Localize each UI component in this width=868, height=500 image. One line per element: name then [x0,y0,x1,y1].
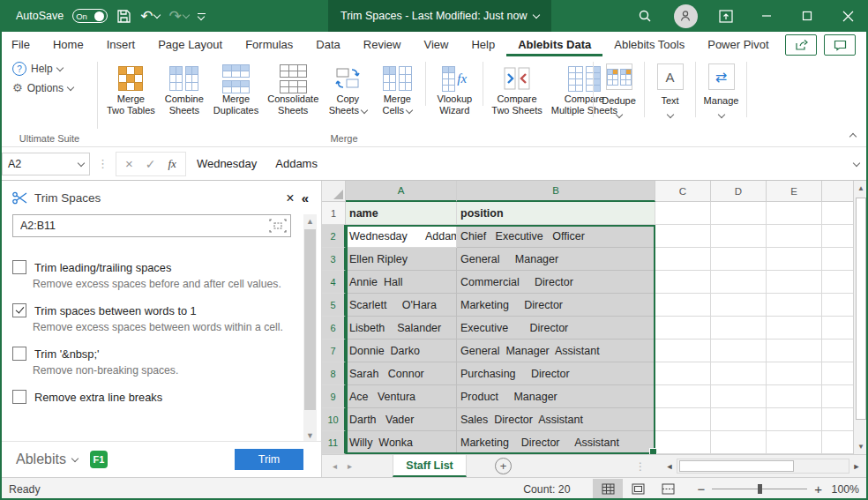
hscroll-right-icon[interactable]: ► [849,462,864,471]
table-row[interactable]: 2 Wednesday Addams Chief Executive Offic… [322,225,868,248]
pane-scroll-thumb[interactable] [304,229,316,410]
row-header-8[interactable]: 8 [322,362,346,385]
trim-button[interactable]: Trim [235,449,303,470]
tab-help[interactable]: Help [460,32,506,56]
combine-sheets-button[interactable]: Combine Sheets [160,62,209,118]
tab-home[interactable]: Home [41,32,95,56]
horizontal-scrollbar[interactable]: ◄ ► [662,458,864,474]
pane-scroll-down-icon[interactable]: ▼ [303,429,317,442]
row-header-11[interactable]: 11 [322,431,346,454]
undo-button[interactable]: ↶ [140,7,160,26]
merge-duplicates-button[interactable]: Merge Duplicates [209,62,263,118]
checkbox-trim-nbsp[interactable] [12,347,26,361]
undo-caret-icon[interactable] [153,11,161,19]
tab-view[interactable]: View [412,32,460,56]
option-trim-between-words[interactable]: Trim spaces between words to 1 Remove ex… [12,303,309,333]
prev-sheet-icon[interactable]: ◂ [333,461,337,471]
compare-two-sheets-button[interactable]: Compare Two Sheets [487,62,546,118]
consolidate-sheets-button[interactable]: Consolidate Sheets [263,62,323,118]
cell-a1[interactable]: name [346,202,457,225]
table-row[interactable]: 8 Sarah Connor Purchasing Director [322,362,868,385]
zoom-level[interactable]: 100% [822,483,859,496]
hscroll-left-icon[interactable]: ◄ [662,462,677,471]
copy-sheets-button[interactable]: Copy Sheets [323,62,372,118]
row-header-4[interactable]: 4 [322,271,346,294]
dedupe-button[interactable]: Dedupe [593,62,644,117]
table-row[interactable]: 7 Donnie Darko General Manager Assistant [322,340,868,362]
sheet-tab-staff-list[interactable]: Staff List [393,455,467,477]
row-header-5[interactable]: 5 [322,294,346,317]
confirm-entry-icon[interactable]: ✓ [146,157,156,171]
vscroll-thumb[interactable] [856,198,866,420]
table-row[interactable]: 3 Ellen Ripley General Manager [322,248,868,271]
ribbon-display-options-button[interactable] [706,0,746,32]
normal-view-button[interactable] [593,479,623,500]
column-header-b[interactable]: B [457,181,655,202]
tab-insert[interactable]: Insert [95,32,147,56]
minimize-button[interactable] [746,0,787,32]
cell-b2[interactable]: Chief Executive Officer [457,225,655,248]
range-field[interactable] [12,214,291,237]
insert-function-icon[interactable]: fx [168,157,176,171]
checkbox-trim-between-words[interactable] [12,303,26,317]
row-header-3[interactable]: 3 [322,248,346,271]
save-icon[interactable] [116,9,131,24]
option-trim-leading-trailing[interactable]: Trim leading/trailing spaces Remove exce… [12,260,309,290]
search-button[interactable] [625,0,665,32]
tab-data[interactable]: Data [304,32,351,56]
zoom-slider-thumb[interactable] [758,484,762,494]
pane-scrollbar[interactable]: ▲ ▼ [303,214,317,442]
name-box[interactable]: A2 [2,153,90,175]
row-header-2[interactable]: 2 [322,225,346,248]
tab-power-pivot[interactable]: Power Pivot [696,32,780,56]
column-header-partial[interactable] [822,181,853,202]
add-sheet-button[interactable]: + [495,458,512,474]
zoom-in-button[interactable]: + [814,481,822,496]
column-header-a[interactable]: A [346,181,457,202]
tab-ablebits-data[interactable]: Ablebits Data [506,32,602,56]
row-header-9[interactable]: 9 [322,385,346,408]
page-break-preview-button[interactable] [653,479,683,500]
row-header-6[interactable]: 6 [322,317,346,340]
row-header-7[interactable]: 7 [322,340,346,362]
maximize-button[interactable] [787,0,827,32]
table-row[interactable]: 11 Willy Wonka Marketing Director Assist… [322,431,868,454]
manage-button[interactable]: ⇄ Manage [695,62,747,117]
table-row[interactable]: 1 name position [322,202,868,225]
select-all-corner[interactable] [322,181,346,202]
column-header-e[interactable]: E [767,181,822,202]
hscroll-thumb[interactable] [679,460,794,472]
column-header-d[interactable]: D [711,181,767,202]
row-header-1[interactable]: 1 [322,202,346,225]
table-row[interactable]: 9 Ace Ventura Product Manager [322,385,868,408]
zoom-slider[interactable] [712,489,807,489]
table-row[interactable]: 5 Scarlett O'Hara Marketing Director [322,294,868,317]
ablebits-menu[interactable]: Ablebits [16,451,78,467]
formula-value[interactable]: Wednesday Addams [197,157,854,170]
pane-collapse-icon[interactable]: « [302,190,309,205]
row-header-10[interactable]: 10 [322,408,346,431]
tab-formulas[interactable]: Formulas [234,32,304,56]
table-row[interactable]: 4 Annie Hall Commercial Director [322,271,868,294]
page-layout-view-button[interactable] [623,479,653,500]
formula-bar-expand-icon[interactable] [853,159,860,166]
pane-scroll-up-icon[interactable]: ▲ [303,214,317,228]
tab-file[interactable]: File [0,32,41,56]
document-title-box[interactable]: Trim Spaces - Last Modified: Just now [328,0,551,32]
table-row[interactable]: 6 Lisbeth Salander Executive Director [322,317,868,340]
cell-a2-active[interactable]: Wednesday Addams [346,225,457,248]
share-button[interactable] [785,34,817,56]
grid[interactable]: A B C D E 1 name position 2 Wednesday Ad… [322,181,868,454]
comments-button[interactable] [824,34,856,56]
merge-two-tables-button[interactable]: Merge Two Tables [102,62,160,118]
merge-cells-button[interactable]: Merge Cells [372,62,422,118]
checkbox-remove-line-breaks[interactable] [12,390,26,404]
select-range-icon[interactable] [269,219,287,233]
cell-b1[interactable]: position [457,202,655,225]
next-sheet-icon[interactable]: ▸ [348,461,352,471]
checkbox-trim-leading-trailing[interactable] [12,260,26,274]
text-button[interactable]: A Text [644,62,695,117]
vlookup-wizard-button[interactable]: fx Vlookup Wizard [430,62,479,118]
close-button[interactable] [827,0,868,32]
option-trim-nbsp[interactable]: Trim '&nbsp;' Remove non-breaking spaces… [12,347,309,377]
